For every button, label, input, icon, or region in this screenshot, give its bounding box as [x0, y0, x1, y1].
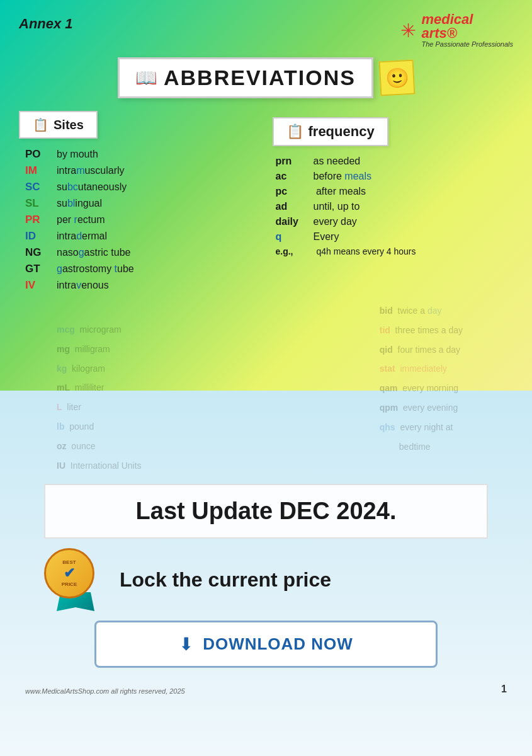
freq-key-daily: daily: [276, 216, 304, 227]
abbrev-key-PR: PR: [25, 214, 47, 226]
abbrev-key-PO: PO: [25, 148, 47, 161]
freq-key-prn: prn: [276, 156, 304, 167]
abbrev-key-ID: ID: [25, 230, 47, 243]
list-item: daily every day: [276, 216, 514, 227]
list-item: SC subcutaneously: [25, 181, 260, 193]
abbrev-key-SL: SL: [25, 197, 47, 210]
freq-val-pc: after meals: [314, 186, 366, 197]
abbrev-val-PR: per rectum: [57, 214, 105, 226]
frequency-title: frequency: [308, 123, 375, 140]
freq-key-ac: ac: [276, 171, 304, 182]
freq-val-eg: q4h means every 4 hours: [317, 246, 416, 256]
freq-key-eg: e.g.,: [276, 246, 307, 256]
badge-top-text: BEST: [62, 559, 76, 565]
download-button[interactable]: ⬇ DOWNLOAD NOW: [94, 621, 438, 668]
sites-header: 📋 Sites: [19, 111, 98, 139]
list-item: prn as needed: [276, 156, 514, 167]
abbrev-val-SL: sublingual: [57, 198, 102, 209]
header: Annex 1 ✳ medicalarts® The Passionate Pr…: [19, 13, 513, 48]
blurred-area: mcg microgram mg milligram kg kilogram m…: [19, 301, 513, 484]
freq-val-ac: before meals: [314, 171, 372, 182]
badge-area: BEST ✔ PRICE Lock the current price: [44, 548, 488, 611]
sites-list: PO by mouth IM intramuscularly SC subcut…: [19, 148, 260, 292]
list-item: ID intradermal: [25, 230, 260, 243]
download-icon: ⬇: [179, 634, 193, 655]
footer: www.MedicalArtsShop.com all rights reser…: [19, 677, 513, 698]
frequency-icon: 📋: [286, 123, 303, 140]
book-icon: 📖: [135, 67, 157, 88]
annex-title: Annex 1: [19, 13, 73, 32]
main-title: ABBREVIATIONS: [164, 66, 356, 90]
list-item: ac before meals: [276, 171, 514, 182]
footer-url: www.MedicalArtsShop.com all rights reser…: [25, 687, 185, 695]
freq-val-prn: as needed: [314, 156, 361, 167]
badge-circle: BEST ✔ PRICE: [44, 548, 94, 598]
list-item: IV intravenous: [25, 279, 260, 292]
abbrev-key-NG: NG: [25, 246, 47, 259]
freq-val-daily: every day: [314, 216, 357, 227]
freq-val-q: Every: [314, 231, 339, 243]
frequency-header: 📋 frequency: [273, 117, 388, 146]
logo-subtitle: The Passionate Professionals: [421, 40, 513, 48]
logo-name: medicalarts®: [421, 13, 513, 40]
blurred-col2: bid twice a day tid three times a day qi…: [380, 301, 463, 456]
sites-icon: 📋: [33, 117, 48, 132]
sites-title: Sites: [54, 118, 84, 132]
abbrev-val-IM: intramuscularly: [57, 165, 125, 176]
update-banner: Last Update DEC 2024.: [44, 484, 488, 539]
abbrev-key-IV: IV: [25, 279, 47, 292]
abbrev-val-PO: by mouth: [57, 149, 98, 160]
list-item: e.g., q4h means every 4 hours: [276, 246, 514, 256]
abbrev-key-IM: IM: [25, 164, 47, 177]
list-item: q Every: [276, 231, 514, 243]
list-item: NG nasogastric tube: [25, 246, 260, 259]
list-item: ad until, up to: [276, 201, 514, 212]
freq-key-q: q: [276, 231, 304, 243]
smiley-note: 🙂: [379, 60, 416, 96]
list-item: PR per rectum: [25, 214, 260, 226]
abbrev-val-GT: gastrostomy tube: [57, 263, 134, 275]
update-text: Last Update DEC 2024.: [64, 498, 468, 525]
badge-check-icon: ✔: [64, 565, 75, 581]
lock-text: Lock the current price: [120, 568, 331, 592]
logo-text-area: medicalarts® The Passionate Professional…: [421, 13, 513, 48]
content-area: 📋 Sites PO by mouth IM intramuscularly S…: [19, 111, 513, 292]
list-item: SL sublingual: [25, 197, 260, 210]
blurred-col1: mcg microgram mg milligram kg kilogram m…: [57, 320, 142, 475]
freq-key-pc: pc: [276, 186, 304, 197]
page-number: 1: [501, 684, 507, 695]
abbrev-key-SC: SC: [25, 181, 47, 193]
abbrev-val-NG: nasogastric tube: [57, 247, 130, 258]
freq-key-ad: ad: [276, 201, 304, 212]
frequency-list: prn as needed ac before meals pc after m…: [273, 156, 514, 256]
logo-container: ✳ medicalarts® The Passionate Profession…: [400, 13, 513, 48]
abbrev-val-IV: intravenous: [57, 280, 109, 291]
best-price-badge: BEST ✔ PRICE: [44, 548, 107, 611]
list-item: PO by mouth: [25, 148, 260, 161]
sites-section: 📋 Sites PO by mouth IM intramuscularly S…: [19, 111, 260, 292]
abbrev-val-SC: subcutaneously: [57, 181, 127, 193]
download-text: DOWNLOAD NOW: [203, 634, 353, 654]
frequency-section-inner: 📋 frequency prn as needed ac before meal…: [273, 117, 514, 256]
title-banner: 📖 ABBREVIATIONS 🙂: [19, 57, 513, 98]
frequency-section: 📋 frequency prn as needed ac before meal…: [273, 111, 514, 292]
title-box: 📖 ABBREVIATIONS: [118, 57, 373, 98]
abbrev-key-GT: GT: [25, 263, 47, 275]
logo-star-icon: ✳: [400, 20, 416, 42]
badge-bottom-text: PRICE: [62, 581, 77, 587]
list-item: pc after meals: [276, 186, 514, 197]
list-item: IM intramuscularly: [25, 164, 260, 177]
list-item: GT gastrostomy tube: [25, 263, 260, 275]
freq-val-ad: until, up to: [314, 201, 360, 212]
abbrev-val-ID: intradermal: [57, 231, 107, 242]
update-section: Last Update DEC 2024. BEST ✔ PRICE Lock …: [19, 484, 513, 668]
